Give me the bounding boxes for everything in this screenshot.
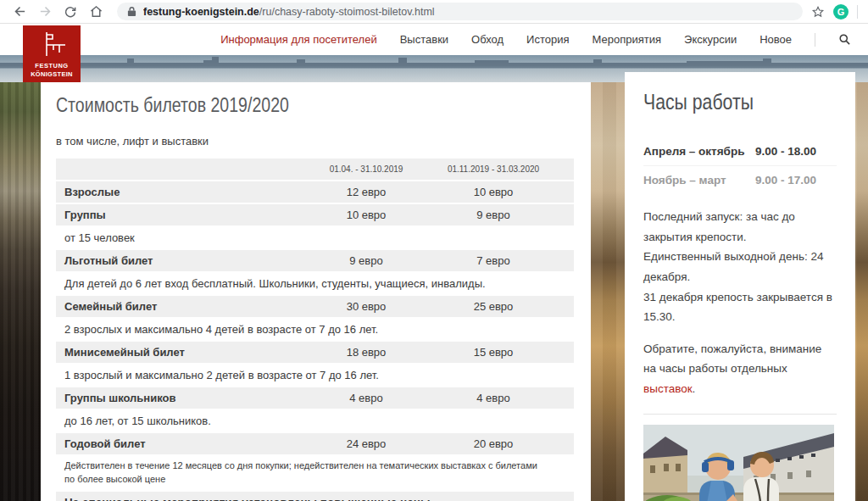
row-label: Семейный билет xyxy=(64,300,303,313)
table-note-row: Для детей до 6 лет вход бесплатный. Школ… xyxy=(56,273,574,294)
table-row: Взрослые12 евро10 евро xyxy=(56,181,574,203)
nav-item[interactable]: Экскурсии xyxy=(684,33,737,46)
logo-text-line2: KÖNIGSTEIN xyxy=(31,70,73,78)
table-highlight-row: На специальные мероприятия установлены п… xyxy=(56,492,574,501)
column-header-winter: 01.11.2019 - 31.03.2020 xyxy=(430,164,557,174)
reload-icon[interactable] xyxy=(60,2,81,22)
price-summer: 18 евро xyxy=(303,346,430,359)
table-row: Группы школьников4 евро4 евро xyxy=(56,387,574,409)
url-path: /ru/chasy-raboty-stoimost-biletov.html xyxy=(259,6,435,18)
bookmark-star-icon[interactable] xyxy=(811,5,825,19)
note-text: Действителен в течение 12 месяцев со дня… xyxy=(64,456,557,490)
price-winter: 15 евро xyxy=(430,346,557,359)
row-label: Взрослые xyxy=(64,186,303,198)
logo-text-line1: FESTUNG xyxy=(35,62,68,70)
home-icon[interactable] xyxy=(86,2,106,22)
exhibitions-link[interactable]: выставок xyxy=(643,382,693,395)
row-label: Минисемейный билет xyxy=(64,346,303,359)
note-text: от 15 человек xyxy=(64,227,143,248)
site-header: Информация для посетителейВыставкиОбходИ… xyxy=(0,24,868,55)
price-winter: 10 евро xyxy=(430,186,557,198)
fortress-logo-icon xyxy=(35,31,69,61)
table-row: Годовой билет24 евро20 евро xyxy=(56,433,574,454)
price-winter: 25 евро xyxy=(430,300,557,313)
opening-hours-info: Последний запуск: за час до закрытия кре… xyxy=(643,207,837,327)
address-bar[interactable]: festung-koenigstein.de/ru/chasy-raboty-s… xyxy=(117,3,803,20)
nav-item[interactable]: Обход xyxy=(471,33,504,46)
price-summer: 4 евро xyxy=(303,392,430,404)
exhibition-hours-notice: Обратите, пожалуйста, внимание на часы р… xyxy=(643,339,837,399)
nav-divider xyxy=(815,33,815,47)
browser-toolbar: festung-koenigstein.de/ru/chasy-raboty-s… xyxy=(0,0,868,24)
table-note-row: 2 взрослых и максимально 4 детей в возра… xyxy=(56,319,574,340)
page-title: Стоимость билетов 2019/2020 xyxy=(56,94,574,117)
hours-row: Ноябрь – март9.00 - 17.00 xyxy=(643,165,837,194)
info-line: Единственный выходной день: 24 декабря. xyxy=(643,247,837,287)
table-row: Семейный билет30 евро25 евро xyxy=(56,296,574,317)
forward-icon[interactable] xyxy=(35,2,55,22)
nav-item[interactable]: Новое xyxy=(760,33,792,46)
price-summer: 12 евро xyxy=(303,186,430,198)
note-text: Для детей до 6 лет вход бесплатный. Школ… xyxy=(64,273,494,294)
info-line: 31 декабря крепость закрывается в 15.30. xyxy=(643,287,837,327)
opening-hours-table: Апреля – октябрь9.00 - 18.00Ноябрь – мар… xyxy=(643,137,837,194)
price-summer: 30 евро xyxy=(303,300,430,313)
table-row: Группы10 евро9 евро xyxy=(56,204,574,225)
price-summer: 9 евро xyxy=(303,254,430,267)
sidebar-panel: Часы работы Апреля – октябрь9.00 - 18.00… xyxy=(625,72,855,501)
festung-koenigstein-logo[interactable]: FESTUNG KÖNIGSTEIN xyxy=(23,25,81,82)
lock-icon xyxy=(127,6,136,17)
price-summer: 24 евро xyxy=(303,437,430,450)
price-winter: 20 евро xyxy=(430,437,557,450)
note-text: 1 взрослый и максимально 2 детей в возра… xyxy=(64,365,387,386)
info-line: Последний запуск: за час до закрытия кре… xyxy=(643,207,837,247)
note-text: до 16 лет, от 15 школьников. xyxy=(64,410,220,431)
search-icon[interactable] xyxy=(838,33,851,46)
toolbar-divider xyxy=(857,5,858,19)
sidebar-divider xyxy=(643,414,837,415)
price-winter: 4 евро xyxy=(430,392,557,404)
nav-item[interactable]: Мероприятия xyxy=(593,33,662,46)
audio-guide-photo xyxy=(643,425,834,501)
nav-item[interactable]: История xyxy=(526,33,569,46)
price-winter: 7 евро xyxy=(430,254,557,267)
hours-time: 9.00 - 17.00 xyxy=(755,174,816,186)
main-nav: Информация для посетителейВыставкиОбходИ… xyxy=(220,24,851,55)
nav-item[interactable]: Выставки xyxy=(400,33,448,46)
table-row: Льготный билет9 евро7 евро xyxy=(56,250,574,271)
row-label: Группы xyxy=(64,209,303,221)
highlight-text: На специальные мероприятия установлены п… xyxy=(64,496,433,501)
nav-item[interactable]: Информация для посетителей xyxy=(220,33,377,46)
table-row: Минисемейный билет18 евро15 евро xyxy=(56,342,574,363)
price-summer: 10 евро xyxy=(303,209,430,221)
main-content-panel: Стоимость билетов 2019/2020 в том числе,… xyxy=(41,82,591,501)
row-label: Годовой билет xyxy=(64,437,303,450)
table-note-row: 1 взрослый и максимально 2 детей в возра… xyxy=(56,365,574,386)
left-background-photo xyxy=(0,82,41,501)
url-domain: festung-koenigstein.de xyxy=(143,6,259,18)
page-subtitle: в том числе, лифт и выставки xyxy=(56,135,574,148)
hours-time: 9.00 - 18.00 xyxy=(755,145,816,158)
note-text: 2 взрослых и максимально 4 детей в возра… xyxy=(64,319,387,340)
table-note-row: до 16 лет, от 15 школьников. xyxy=(56,410,574,431)
price-winter: 9 евро xyxy=(430,209,557,221)
opening-hours-title: Часы работы xyxy=(643,90,837,114)
table-note-row: Действителен в течение 12 месяцев со дня… xyxy=(56,456,574,490)
hours-season: Ноябрь – март xyxy=(643,174,755,186)
price-table: 01.04. - 31.10.2019 01.11.2019 - 31.03.2… xyxy=(56,159,574,501)
table-note-row: от 15 человек xyxy=(56,227,574,248)
column-header-summer: 01.04. - 31.10.2019 xyxy=(303,164,430,174)
hours-season: Апреля – октябрь xyxy=(643,145,755,158)
table-header-row: 01.04. - 31.10.2019 01.11.2019 - 31.03.2… xyxy=(56,159,574,180)
back-icon[interactable] xyxy=(9,2,30,22)
row-label: Льготный билет xyxy=(64,254,303,267)
hours-row: Апреля – октябрь9.00 - 18.00 xyxy=(643,137,837,165)
row-label: Группы школьников xyxy=(64,392,303,404)
url-text[interactable]: festung-koenigstein.de/ru/chasy-raboty-s… xyxy=(143,6,435,18)
grammarly-extension-icon[interactable]: G xyxy=(833,4,849,19)
